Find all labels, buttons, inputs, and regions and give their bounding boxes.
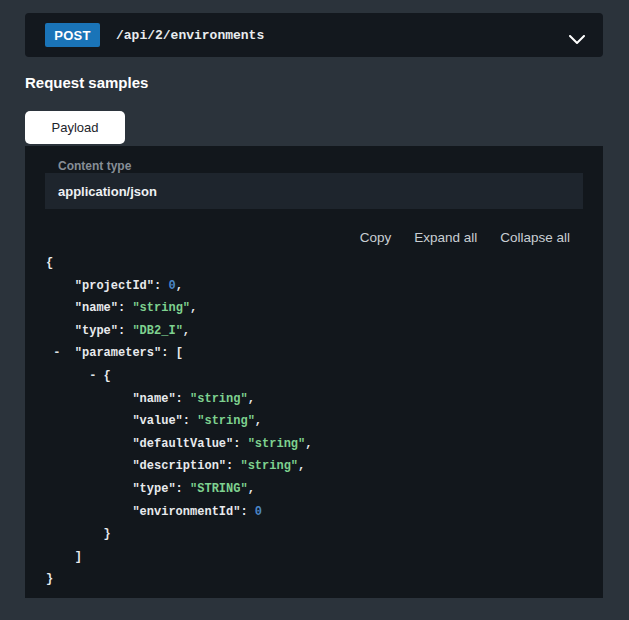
request-samples-heading: Request samples: [25, 74, 148, 91]
chevron-down-icon[interactable]: [569, 31, 585, 49]
tab-payload-label: Payload: [52, 120, 99, 135]
code-line: "description": "string",: [46, 455, 599, 478]
code-line: "value": "string",: [46, 410, 599, 433]
endpoint-path: /api/2/environments: [116, 28, 264, 43]
collapse-all-button[interactable]: Collapse all: [500, 230, 570, 245]
content-type-value: application/json: [45, 184, 157, 199]
expand-all-button[interactable]: Expand all: [414, 230, 477, 245]
code-line: "name": "string",: [46, 388, 599, 411]
code-line: "projectId": 0,: [46, 275, 599, 298]
endpoint-header[interactable]: POST /api/2/environments: [25, 13, 603, 57]
method-badge: POST: [45, 23, 100, 47]
code-line: "defaultValue": "string",: [46, 433, 599, 456]
code-sample: { "projectId": 0, "name": "string", "typ…: [46, 252, 599, 591]
code-line: "environmentId": 0: [46, 501, 599, 524]
copy-button[interactable]: Copy: [360, 230, 392, 245]
request-sample-panel: Content type application/json Copy Expan…: [25, 146, 603, 598]
code-line: }: [46, 523, 599, 546]
code-actions: Copy Expand all Collapse all: [360, 230, 570, 245]
content-type-label: Content type: [58, 159, 131, 173]
code-line: {: [46, 252, 599, 275]
content-type-band: application/json: [45, 173, 583, 209]
code-line: "type": "STRING",: [46, 478, 599, 501]
tab-payload[interactable]: Payload: [25, 111, 125, 144]
code-line: ]: [46, 546, 599, 569]
code-line: - {: [46, 365, 599, 388]
code-line: }: [46, 568, 599, 591]
code-line: - "parameters": [: [46, 342, 599, 365]
code-line: "type": "DB2_I",: [46, 320, 599, 343]
code-line: "name": "string",: [46, 297, 599, 320]
